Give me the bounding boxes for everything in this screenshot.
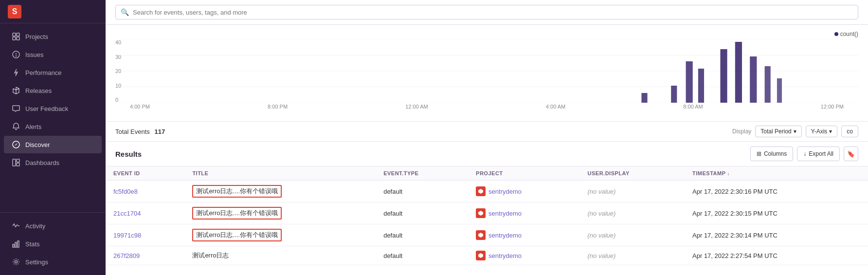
cell-title: 测试erro日志 xyxy=(184,246,376,265)
settings-icon xyxy=(12,257,20,266)
event-id-link[interactable]: 19971c98 xyxy=(113,232,141,239)
event-id-link[interactable]: fc5fd0e8 xyxy=(113,188,138,195)
svg-rect-23 xyxy=(686,61,693,103)
chart-legend: count() xyxy=(115,31,858,37)
project-cell: sentrydemo xyxy=(476,251,572,260)
columns-quick-button[interactable]: co xyxy=(841,126,858,137)
cell-event-id: 267f2809 xyxy=(106,246,184,265)
event-id-link[interactable]: 267f2809 xyxy=(113,252,140,259)
search-bar: 🔍 xyxy=(106,0,868,25)
cell-event-id: fc5fd0e8 xyxy=(106,181,184,202)
search-input-wrapper[interactable]: 🔍 xyxy=(115,5,858,19)
x-label-12am: 12:00 AM xyxy=(405,104,428,110)
project-link[interactable]: sentrydemo xyxy=(488,210,522,217)
cell-event-type: default xyxy=(376,224,468,246)
svg-rect-24 xyxy=(698,69,704,103)
cell-project: sentrydemo xyxy=(468,202,579,224)
event-id-link[interactable]: 21cc1704 xyxy=(113,210,141,217)
sidebar-item-discover[interactable]: Discover xyxy=(4,136,102,153)
svg-rect-9 xyxy=(13,159,16,166)
sidebar-item-dashboards[interactable]: Dashboards xyxy=(4,154,102,171)
timestamp-sort[interactable]: TIMESTAMP ↓ xyxy=(692,170,860,176)
col-event-type: EVENT.TYPE xyxy=(376,166,468,181)
chevron-down-icon-2: ▾ xyxy=(829,128,832,135)
x-label-8am: 8:00 AM xyxy=(683,104,703,110)
package-icon xyxy=(12,86,20,95)
col-user-display: USER.DISPLAY xyxy=(580,166,685,181)
export-all-button[interactable]: ↓ Export All xyxy=(797,147,840,161)
cell-project: sentrydemo xyxy=(468,181,579,202)
sidebar-item-stats-label: Stats xyxy=(25,240,94,248)
svg-rect-26 xyxy=(735,42,742,103)
no-value: (no value) xyxy=(588,188,616,195)
sidebar-item-user-feedback[interactable]: User Feedback xyxy=(4,100,102,117)
cell-event-id: 19971c98 xyxy=(106,224,184,246)
cell-timestamp: Apr 17, 2022 2:30:16 PM UTC xyxy=(685,181,868,202)
svg-rect-10 xyxy=(17,159,19,162)
sidebar-item-activity-label: Activity xyxy=(25,222,94,230)
sidebar-item-stats[interactable]: Stats xyxy=(4,235,102,253)
columns-icon: ⊞ xyxy=(757,150,761,157)
cell-user-display: (no value) xyxy=(580,202,685,224)
project-link[interactable]: sentrydemo xyxy=(488,252,522,259)
main-content: 🔍 count() 40 30 20 10 0 xyxy=(106,0,868,275)
columns-button-label: Columns xyxy=(764,150,787,157)
total-events-controls: Display Total Period ▾ Y-Axis ▾ co xyxy=(732,126,858,137)
svg-rect-0 xyxy=(13,33,16,36)
sidebar-item-releases[interactable]: Releases xyxy=(4,82,102,99)
columns-button[interactable]: ⊞ Columns xyxy=(750,147,793,161)
svg-rect-14 xyxy=(18,241,19,247)
alert-circle-icon xyxy=(12,50,20,59)
search-input[interactable] xyxy=(133,9,853,16)
highlighted-title: 测试erro日志....你有个错误哦 xyxy=(192,207,282,220)
download-icon: ↓ xyxy=(803,150,806,157)
highlighted-title: 测试erro日志....你有个错误哦 xyxy=(192,229,282,241)
project-icon xyxy=(476,186,486,196)
no-value: (no value) xyxy=(588,252,616,259)
sidebar-item-performance[interactable]: Performance xyxy=(4,64,102,81)
display-label: Display xyxy=(732,128,751,135)
sidebar-item-settings[interactable]: Settings xyxy=(4,253,102,271)
results-header: Results ⊞ Columns ↓ Export All 🔖 xyxy=(106,142,868,166)
sidebar-item-projects[interactable]: Projects xyxy=(4,28,102,45)
total-events-text: Total Events 117 xyxy=(115,128,165,135)
sidebar-item-releases-label: Releases xyxy=(25,87,94,94)
cell-event-id: 21cc1704 xyxy=(106,202,184,224)
y-axis-button[interactable]: Y-Axis ▾ xyxy=(806,126,838,137)
table-row: 19971c98 测试erro日志....你有个错误哦 default sent… xyxy=(106,224,868,246)
sidebar-nav: Projects Issues Performance xyxy=(0,23,106,212)
no-value: (no value) xyxy=(588,232,616,239)
results-table: EVENT ID TITLE EVENT.TYPE PROJECT USER.D… xyxy=(106,166,868,265)
cell-title: 测试erro日志....你有个错误哦 xyxy=(184,202,376,224)
cell-user-display: (no value) xyxy=(580,224,685,246)
sidebar-item-activity[interactable]: Activity xyxy=(4,217,102,235)
results-actions: ⊞ Columns ↓ Export All 🔖 xyxy=(750,147,858,161)
highlighted-title: 测试erro日志....你有个错误哦 xyxy=(192,185,282,198)
zap-icon xyxy=(12,68,20,77)
chart-legend-label: count() xyxy=(840,31,858,37)
svg-rect-11 xyxy=(17,163,19,166)
project-link[interactable]: sentrydemo xyxy=(488,232,522,239)
sidebar-item-alerts[interactable]: Alerts xyxy=(4,118,102,135)
message-square-icon xyxy=(12,104,20,113)
save-query-button[interactable]: 🔖 xyxy=(844,147,858,161)
x-label-8pm: 8:00 PM xyxy=(268,104,288,110)
sidebar-item-user-feedback-label: User Feedback xyxy=(25,105,94,112)
svg-marker-8 xyxy=(15,143,18,146)
svg-rect-2 xyxy=(13,37,16,40)
total-period-button[interactable]: Total Period ▾ xyxy=(755,126,801,137)
svg-rect-1 xyxy=(17,33,19,36)
table-row: 267f2809 测试erro日志 default sentrydemo (no… xyxy=(106,246,868,265)
sidebar-item-issues[interactable]: Issues xyxy=(4,46,102,63)
cell-title: 测试erro日志....你有个错误哦 xyxy=(184,181,376,202)
cell-user-display: (no value) xyxy=(580,181,685,202)
col-timestamp[interactable]: TIMESTAMP ↓ xyxy=(685,166,868,181)
project-cell: sentrydemo xyxy=(476,230,572,240)
svg-rect-28 xyxy=(765,66,771,103)
cell-timestamp: Apr 17, 2022 2:27:54 PM UTC xyxy=(685,246,868,265)
cell-event-type: default xyxy=(376,181,468,202)
svg-rect-13 xyxy=(15,242,17,247)
chart-area: count() 40 30 20 10 0 xyxy=(106,25,868,122)
y-axis-label: Y-Axis xyxy=(811,128,828,135)
project-link[interactable]: sentrydemo xyxy=(488,188,522,195)
